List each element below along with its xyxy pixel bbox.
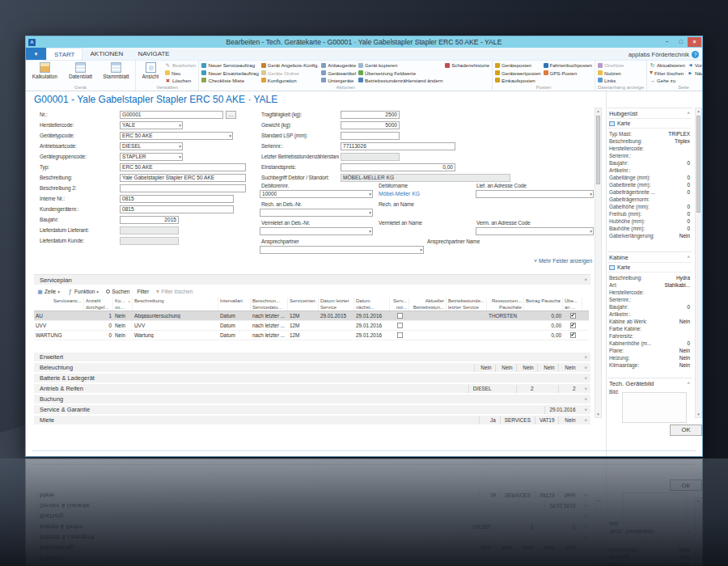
notizen-button[interactable]: Notizen	[598, 69, 624, 76]
service-not-checkbox[interactable]	[397, 313, 403, 319]
tab-start[interactable]: START	[46, 48, 83, 60]
schadenshistorie-button[interactable]: Schadenshistorie	[445, 61, 489, 69]
more-fields-link[interactable]: ˅ Mehr Felder anzeigen	[495, 258, 592, 264]
maximize-button[interactable]: □	[674, 37, 688, 47]
dropdown-arrow-icon[interactable]: ▾	[590, 228, 592, 235]
kalkulation-button[interactable]: Kalkulation	[28, 61, 61, 79]
field-standard-lsp[interactable]	[341, 132, 400, 140]
vorheriger-button[interactable]: ◀ Vorheriger	[688, 61, 702, 69]
column-header[interactable]: AktuellerBetriebsstun...	[409, 298, 447, 310]
neuer-serviceauftrag-button[interactable]: Neuer Serviceauftrag	[201, 61, 258, 69]
field-geraetegruppencode[interactable]: STAPLER▾	[120, 153, 183, 161]
serviceplan-grid-header[interactable]: Serviceartc...Anzahldurchgef...Ko...vo..…	[34, 298, 589, 311]
fasttab-buchung[interactable]: Buchung ˅	[34, 394, 590, 403]
field-ansprechpartner[interactable]: ▾	[260, 246, 424, 254]
aktualisieren-button[interactable]: ↻ Aktualisieren	[650, 61, 685, 69]
geraet-kopieren-button[interactable]: Gerät kopieren	[358, 61, 442, 69]
column-header[interactable]: Übe...an ...	[563, 298, 582, 310]
chevron-up-icon[interactable]: ˄	[687, 381, 690, 386]
ok-button[interactable]: OK	[670, 424, 702, 436]
fahrtenbuchposten-button[interactable]: Fahrtenbuchposten	[544, 61, 593, 69]
geraetewertposten-button[interactable]: Gerätewertposten	[495, 69, 540, 76]
column-header[interactable]: Anzahldurchgef...	[84, 298, 113, 310]
column-header[interactable]: Serv...not...	[390, 298, 409, 310]
field-einstandspreis[interactable]: 0,00	[341, 163, 455, 171]
fasttab-antrieb[interactable]: Antrieb & Reifen DIESEL 2 2 ˅	[34, 383, 590, 393]
dropdown-arrow-icon[interactable]: ▾	[179, 122, 181, 129]
einkaufsposten-button[interactable]: Einkaufsposten	[495, 77, 540, 84]
checkliste-miete-button[interactable]: Checkliste Miete	[201, 77, 258, 84]
field-seriennr[interactable]: 77113026	[341, 142, 455, 150]
naechster-button[interactable]: ▶ Nächster	[688, 69, 702, 76]
field-nr[interactable]: G00001	[120, 111, 223, 119]
chevron-up-icon[interactable]: ˄	[687, 255, 690, 260]
uebersetzung-feldwerte-button[interactable]: Übersetzung Feldwerte	[358, 69, 442, 76]
dropdown-arrow-icon[interactable]: ▾	[369, 209, 371, 217]
geraeteartikel-button[interactable]: Geräteartikel	[321, 69, 356, 76]
ansicht-button[interactable]: Ansicht	[138, 61, 163, 79]
scroll-up-icon[interactable]: ▲	[595, 109, 601, 113]
minimize-button[interactable]: −	[660, 37, 674, 47]
field-beschreibung[interactable]: Yale Gabelstapler Stapler ERC 50 AKE	[120, 174, 246, 182]
title-bar[interactable]: A Bearbeiten - Tech. Gerätekarte - G0000…	[26, 36, 702, 48]
suchen-button[interactable]: Suchen	[106, 289, 129, 294]
field-antriebsartcode[interactable]: DIESEL▾	[120, 142, 183, 150]
application-menu-button[interactable]: ▼	[26, 48, 46, 60]
serviceplan-row[interactable]: UVV0 NeinUVV Datumnach letzter ... 12M 2…	[34, 321, 589, 331]
field-vermietet-an-deb[interactable]: ▾	[260, 227, 373, 235]
betriebsstundenzaehler-button[interactable]: Betriebsstundenzählerstand ändern	[358, 77, 442, 84]
field-debitorennr[interactable]: 10000▾	[260, 190, 373, 198]
scroll-down-icon[interactable]: ▼	[696, 412, 701, 416]
column-header[interactable]: Ressourcen...Pauschale	[487, 298, 524, 310]
transfer-checkbox[interactable]	[570, 313, 576, 319]
service-not-checkbox[interactable]	[397, 323, 403, 328]
fasttab-beleuchtung[interactable]: Beleuchtung NeinNein NeinNein Nein ˅	[34, 362, 590, 372]
neu-button[interactable]: Neu	[165, 69, 196, 76]
assist-button[interactable]: …	[226, 111, 236, 119]
serviceplan-row[interactable]: AU1 NeinAbgasuntersuchung Datumnach letz…	[34, 311, 589, 321]
main-scrollbar[interactable]: ▲ ▼	[595, 108, 602, 418]
dropdown-arrow-icon[interactable]: ▾	[179, 154, 181, 161]
funktion-menu-button[interactable]: ƒ Funktion ▾	[67, 289, 99, 294]
transfer-checkbox[interactable]	[570, 332, 576, 338]
dropdown-arrow-icon[interactable]: ▾	[369, 228, 371, 235]
close-button[interactable]: ×	[688, 37, 701, 47]
factbox-header[interactable]: Kabine ˄	[607, 251, 692, 262]
field-kundengeraetenr[interactable]: 0815	[120, 205, 234, 213]
tab-navigate[interactable]: NAVIGATE	[130, 48, 176, 60]
debitorname-link[interactable]: Möbel-Meller KG	[379, 191, 420, 196]
factbox-scrollbar[interactable]: ▲ ▼	[695, 108, 702, 418]
links-button[interactable]: Links	[598, 77, 624, 84]
chevron-up-icon[interactable]: ˄	[687, 111, 690, 116]
field-baujahr[interactable]: 2015	[120, 216, 179, 224]
stammblatt-button[interactable]: Stammblatt	[99, 61, 133, 79]
neuer-ersatzteilauftrag-button[interactable]: Neuer Ersatzteilauftrag	[201, 69, 258, 76]
field-geraetetypcode[interactable]: ERC 50 AKE▾	[120, 132, 233, 140]
field-verm-an-adresse[interactable]: ▾	[476, 227, 594, 235]
karte-link[interactable]: Karte	[607, 118, 692, 129]
konfiguration-button[interactable]: Konfiguration	[261, 77, 319, 84]
column-header[interactable]: Ko...vo...	[113, 298, 133, 310]
serviceplan-row[interactable]: WARTUNG0 NeinWartung Datumnach letzter .…	[34, 331, 589, 340]
column-header[interactable]: Serviceinter...	[288, 298, 319, 310]
factbox-header[interactable]: Tech. Gerätebild ˄	[607, 378, 692, 388]
field-tragfaehigkeit[interactable]: 2500	[341, 111, 400, 119]
scroll-up-icon[interactable]: ▲	[696, 109, 701, 113]
dropdown-arrow-icon[interactable]: ▾	[369, 191, 371, 198]
field-gewicht[interactable]: 5000	[341, 121, 400, 129]
tab-aktionen[interactable]: AKTIONEN	[83, 48, 130, 60]
fasttab-batterie[interactable]: Batterie & Ladegerät ˅	[34, 373, 590, 382]
column-header[interactable]: Intervallart	[218, 298, 251, 310]
filter-loeschen-button[interactable]: Filter löschen	[650, 69, 685, 76]
column-header[interactable]: Berechnun...Servicedatu...	[251, 298, 288, 310]
filter-button[interactable]: Filter	[138, 289, 150, 294]
field-beschreibung2[interactable]	[120, 184, 246, 192]
untergeraete-button[interactable]: Untergeräte	[321, 77, 356, 84]
scroll-down-icon[interactable]: ▼	[595, 412, 601, 416]
geraeteposten-button[interactable]: Geräteposten	[495, 61, 540, 69]
column-header[interactable]: Betrag Pauschale	[524, 298, 563, 310]
chevron-up-icon[interactable]: ˄	[584, 275, 587, 285]
fasttab-miete[interactable]: Miete JaSERVICES VAT19Nein ˅	[34, 415, 590, 424]
service-not-checkbox[interactable]	[397, 332, 403, 338]
help-icon[interactable]: ?	[692, 51, 699, 58]
